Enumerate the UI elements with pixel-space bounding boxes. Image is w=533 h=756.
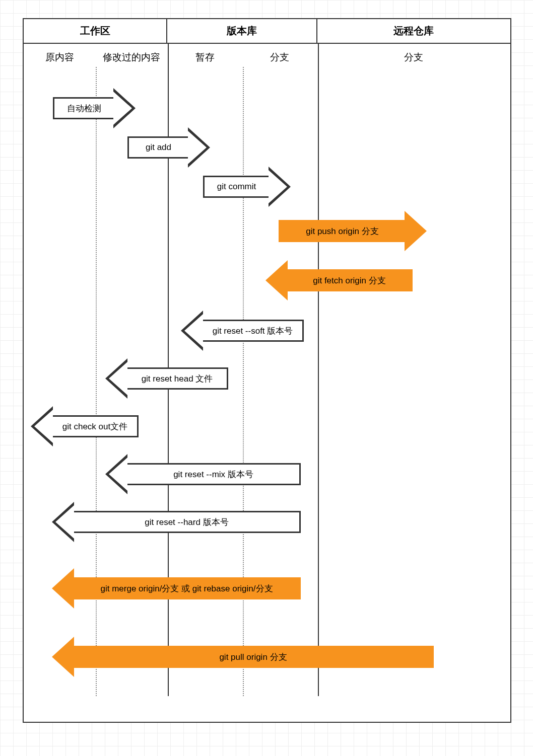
arrow-head-right-icon (113, 88, 136, 128)
arrow-auto-detect: 自动检测 (53, 88, 136, 128)
subheader-original: 原内容 (24, 44, 96, 69)
arrow-head-right-icon (269, 167, 291, 207)
subheader-modified: 修改过的内容 (96, 44, 168, 69)
arrow-reset-hard: git reset --hard 版本号 (52, 502, 301, 542)
diagram-body: 原内容 修改过的内容 暂存 分支 分支 自动检测 git add git com… (24, 44, 510, 696)
arrow-head-left-icon (265, 260, 288, 300)
arrow-checkout: git check out文件 (31, 406, 139, 446)
arrow-reset-mix: git reset --mix 版本号 (105, 454, 301, 494)
arrow-label: git pull origin 分支 (74, 646, 434, 668)
arrow-head-left-icon (181, 311, 203, 351)
arrow-git-push: git push origin 分支 (279, 211, 427, 251)
arrow-git-pull: git pull origin 分支 (52, 637, 434, 677)
arrow-head-right-icon (405, 211, 427, 251)
subheader-branch-local: 分支 (242, 44, 317, 69)
arrow-label: git reset --hard 版本号 (74, 511, 301, 533)
subheader-branch-remote: 分支 (317, 44, 510, 69)
arrow-head-left-icon (52, 502, 74, 542)
arrow-label: git reset --mix 版本号 (127, 463, 301, 485)
header-working-area: 工作区 (24, 19, 167, 43)
arrow-label: git reset --soft 版本号 (203, 320, 304, 342)
arrow-git-add: git add (127, 127, 210, 168)
header-repository: 版本库 (167, 19, 317, 43)
arrow-head-left-icon (105, 454, 127, 494)
arrow-git-commit: git commit (203, 167, 291, 207)
subheader-staged: 暂存 (167, 44, 242, 69)
arrow-label: 自动检测 (53, 97, 113, 119)
arrow-head-right-icon (188, 127, 210, 168)
arrow-head-left-icon (52, 637, 74, 677)
arrow-head-left-icon (52, 568, 74, 609)
arrow-git-fetch: git fetch origin 分支 (265, 260, 413, 300)
git-workflow-diagram: 工作区 版本库 远程仓库 原内容 修改过的内容 暂存 分支 分支 自动检测 gi… (23, 18, 511, 723)
arrow-label: git push origin 分支 (279, 220, 405, 242)
arrow-merge-rebase: git merge origin/分支 或 git rebase origin/… (52, 568, 301, 609)
divider-solid-2 (318, 44, 319, 696)
arrow-label: git reset head 文件 (127, 367, 228, 390)
header-remote: 远程仓库 (317, 19, 510, 43)
arrow-reset-soft: git reset --soft 版本号 (181, 311, 304, 351)
arrow-label: git merge origin/分支 或 git rebase origin/… (74, 577, 301, 599)
header-row: 工作区 版本库 远程仓库 (24, 19, 510, 44)
subheader-row: 原内容 修改过的内容 暂存 分支 分支 (24, 44, 510, 69)
arrow-head-left-icon (31, 406, 53, 446)
arrow-label: git check out文件 (53, 415, 139, 437)
arrow-reset-head: git reset head 文件 (105, 358, 228, 399)
arrow-head-left-icon (105, 358, 127, 399)
arrow-label: git commit (203, 176, 269, 198)
arrow-label: git add (127, 136, 188, 159)
arrow-label: git fetch origin 分支 (288, 269, 413, 291)
